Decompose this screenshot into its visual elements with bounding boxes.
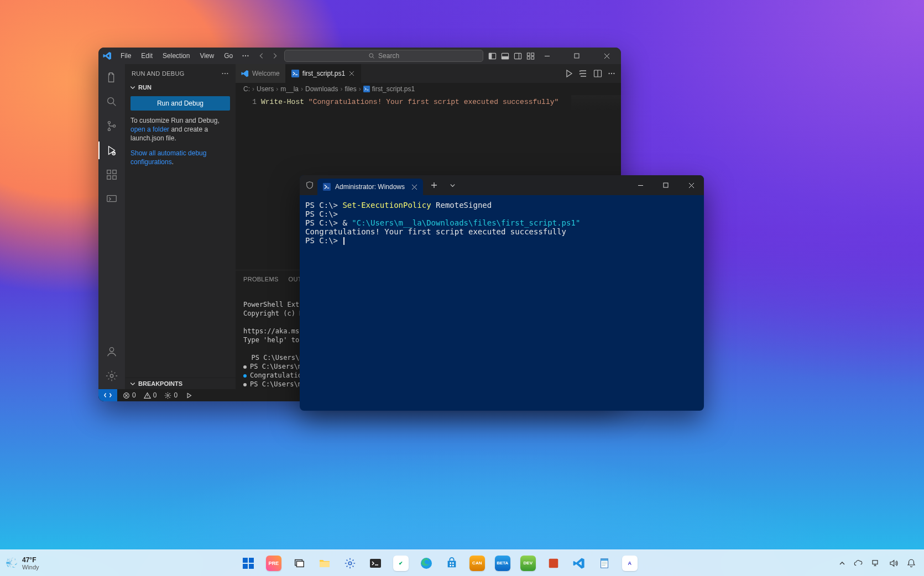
svg-rect-41 [243,564,248,569]
tab-dropdown-icon[interactable] [444,182,461,188]
run-and-debug-button[interactable]: Run and Debug [130,96,230,111]
crumb-mla[interactable]: m__la [280,85,299,93]
volume-icon[interactable] [889,558,899,568]
terminal-tab[interactable]: Administrator: Windows Powe [317,179,423,195]
taskbar-app[interactable]: ✔ [390,552,412,574]
edge-dev-button[interactable]: DEV [517,552,539,574]
crumb-file[interactable]: first_script.ps1 [372,85,415,93]
taskbar-app[interactable]: A [619,552,641,574]
activity-remote-icon[interactable] [98,188,125,210]
status-errors[interactable]: 0 [123,391,136,399]
activity-explorer-icon[interactable] [98,66,125,88]
status-debug-icon[interactable] [185,392,192,399]
layout-sidebar-left-icon[interactable] [488,52,497,60]
notifications-icon[interactable] [906,558,916,568]
window-maximize-button[interactable] [653,175,678,195]
svg-rect-51 [452,562,454,564]
activity-extensions-icon[interactable] [98,164,125,186]
activity-search-icon[interactable] [98,91,125,113]
panel-tab-problems[interactable]: PROBLEMS [243,273,279,286]
help-text-prefix: To customize Run and Debug, [130,117,220,124]
editor-more-icon[interactable] [608,70,615,77]
tab-welcome[interactable]: Welcome [236,64,286,83]
edge-button[interactable] [415,552,437,574]
svg-rect-56 [601,558,608,561]
show-all-configs-link[interactable]: Show all automatic debug configurations [130,149,206,166]
edge-beta-button[interactable]: BETA [492,552,514,574]
start-button[interactable] [237,552,259,574]
split-editor-icon[interactable] [593,69,602,78]
run-file-icon[interactable] [565,69,573,78]
run-debug-more-icon[interactable] [221,70,229,77]
layout-panel-icon[interactable] [501,52,509,60]
status-warnings[interactable]: 0 [144,391,157,399]
nav-back-icon[interactable] [258,52,265,60]
activity-account-icon[interactable] [98,341,125,363]
open-folder-link[interactable]: open a folder [130,125,169,133]
window-minimize-button[interactable] [628,175,653,195]
svg-point-0 [243,55,244,56]
activity-settings-icon[interactable] [98,365,125,387]
notepad-button[interactable] [593,552,615,574]
window-minimize-button[interactable] [535,48,559,64]
ps-prompt: PS C:\> [305,218,342,227]
chevron-down-icon[interactable] [129,84,136,91]
taskbar-app[interactable] [542,552,565,574]
svg-rect-45 [320,562,330,567]
tray-chevron-up-icon[interactable] [839,560,845,567]
breakpoints-section[interactable]: BREAKPOINTS [125,378,236,389]
terminal-app-button[interactable] [364,552,387,574]
activity-source-control-icon[interactable] [98,115,125,137]
svg-point-1 [245,55,246,56]
status-ports[interactable]: 0 [164,391,178,399]
tab-first-script[interactable]: first_script.ps1 [286,64,361,83]
menu-selection[interactable]: Selection [158,50,194,62]
task-view-button[interactable] [288,552,310,574]
crumb-users[interactable]: Users [257,85,274,93]
menu-more-icon[interactable] [238,50,253,62]
menu-view[interactable]: View [195,50,218,62]
svg-rect-50 [450,562,451,564]
tab-close-icon[interactable] [411,184,417,190]
crumb-c[interactable]: C: [243,85,250,93]
crumb-files[interactable]: files [344,85,356,93]
window-maximize-button[interactable] [565,48,589,64]
taskbar-weather[interactable]: 💨 47°F Windy [0,556,39,570]
vscode-menus: File Edit Selection View Go [116,50,253,62]
terminal-body[interactable]: PS C:\> Set-ExecutionPolicy RemoteSigned… [300,195,704,411]
edge-canary-button[interactable]: CAN [466,552,488,574]
store-button[interactable] [441,552,463,574]
svg-rect-5 [489,53,491,59]
new-tab-button[interactable] [425,182,443,188]
settings-button[interactable] [339,552,361,574]
ps-prompt: PS C:\> [305,236,342,245]
tab-close-icon[interactable] [348,70,355,77]
search-icon [368,53,375,59]
minimap[interactable] [571,95,621,111]
taskbar-app[interactable]: PRE [263,552,285,574]
window-close-button[interactable] [594,48,619,64]
breadcrumb[interactable]: C:› Users› m__la› Downloads› files› firs… [236,83,621,95]
file-explorer-button[interactable] [314,552,336,574]
vscode-app-button[interactable] [568,552,590,574]
network-icon[interactable] [871,558,881,568]
window-close-button[interactable] [678,175,704,195]
menu-edit[interactable]: Edit [137,50,157,62]
run-section-icon[interactable] [579,69,588,78]
layout-customize-icon[interactable] [526,52,535,60]
menu-file[interactable]: File [116,50,135,62]
svg-point-26 [222,73,223,74]
vscode-layout-icons [488,52,535,60]
onedrive-icon[interactable] [853,558,863,568]
command-center-search[interactable]: Search [284,50,483,62]
vscode-title-center: Search [253,50,488,62]
status-remote-button[interactable] [98,389,117,401]
breakpoints-label: BREAKPOINTS [138,380,182,387]
run-debug-header: RUN AND DEBUG [125,64,236,83]
layout-sidebar-right-icon[interactable] [514,52,522,60]
nav-forward-icon[interactable] [271,52,279,60]
activity-run-debug-icon[interactable] [98,139,125,161]
menu-go[interactable]: Go [220,50,237,62]
ps-path: "C:\Users\m__la\Downloads\files\first_sc… [352,218,580,227]
crumb-downloads[interactable]: Downloads [305,85,338,93]
